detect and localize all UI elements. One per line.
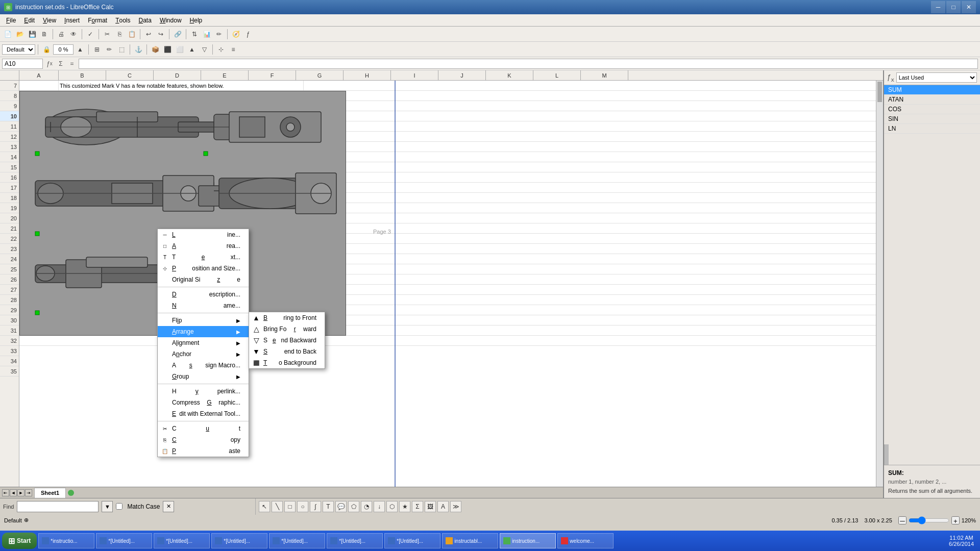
row-num-12[interactable]: 12 xyxy=(0,132,19,142)
vertical-scrollbar[interactable] xyxy=(876,81,883,487)
sheet-nav-first[interactable]: ⇤ xyxy=(2,489,9,496)
ctx-paste[interactable]: 📋 Paste xyxy=(158,445,249,457)
function-category-dropdown[interactable]: Last Used xyxy=(896,72,977,83)
row-num-34[interactable]: 34 xyxy=(0,356,19,366)
cut-button[interactable]: ✂ xyxy=(102,29,113,40)
draw-ellipse-btn[interactable]: ○ xyxy=(297,501,308,512)
draw-rect-btn[interactable]: □ xyxy=(284,501,296,512)
draw-shape-btn[interactable]: ⬡ xyxy=(386,501,398,512)
zoom-out-button[interactable]: ─ xyxy=(898,516,906,524)
print-area-btn[interactable]: ⬚ xyxy=(116,44,127,55)
sheet-tab-sheet1[interactable]: Sheet1 xyxy=(34,488,66,498)
row-num-13[interactable]: 13 xyxy=(0,142,19,152)
row-num-27[interactable]: 27 xyxy=(0,285,19,295)
draw-button[interactable]: ✏ xyxy=(213,29,225,40)
ctx-group[interactable]: Group ▶ xyxy=(158,371,249,382)
taskbar-item-instruction-ods[interactable]: instruction... xyxy=(500,533,556,548)
submenu-send-to-back[interactable]: ▼ Send to Back xyxy=(249,346,325,357)
options-btn[interactable]: ≡ xyxy=(228,44,239,55)
ungroup-btn[interactable]: ⬜ xyxy=(174,44,185,55)
taskbar-item-0[interactable]: *instructio... xyxy=(38,533,94,548)
col-header-d[interactable]: D xyxy=(154,70,201,80)
col-header-g[interactable]: G xyxy=(296,70,344,80)
taskbar-item-3[interactable]: *[Untitled]... xyxy=(211,533,267,548)
row-num-14[interactable]: 14 xyxy=(0,152,19,162)
row-num-28[interactable]: 28 xyxy=(0,295,19,305)
row-num-24[interactable]: 24 xyxy=(0,254,19,264)
print-button[interactable]: 🖨 xyxy=(56,29,67,40)
style-dropdown[interactable]: Default xyxy=(2,44,35,55)
maximize-button[interactable]: □ xyxy=(946,1,961,13)
cell-reference-box[interactable]: A10 xyxy=(2,59,43,69)
draw-star-btn[interactable]: ★ xyxy=(399,501,410,512)
draw-arc-btn[interactable]: ◔ xyxy=(361,501,372,512)
submenu-send-backward[interactable]: ▽ Send Backward xyxy=(249,335,325,346)
function-list-scrollbar[interactable] xyxy=(884,444,888,465)
submenu-to-background[interactable]: ⬛ To Background xyxy=(249,357,325,368)
ctx-assign-macro[interactable]: Assign Macro... xyxy=(158,360,249,371)
ctx-position-size[interactable]: ⊹ Position and Size... xyxy=(158,263,249,274)
draw-mode-btn[interactable]: ✏ xyxy=(104,44,115,55)
taskbar-item-2[interactable]: *[Untitled]... xyxy=(154,533,210,548)
find-close-button[interactable]: ✕ xyxy=(163,501,174,512)
sheet-nav-last[interactable]: ⇥ xyxy=(25,489,32,496)
col-header-a[interactable]: A xyxy=(19,70,59,80)
row-num-16[interactable]: 16 xyxy=(0,172,19,183)
match-case-checkbox[interactable] xyxy=(116,503,122,510)
sheet-nav-next[interactable]: ► xyxy=(17,489,24,496)
bring-front-btn[interactable]: ▲ xyxy=(186,44,198,55)
lock-btn[interactable]: 🔒 xyxy=(41,44,52,55)
row-num-22[interactable]: 22 xyxy=(0,234,19,244)
menu-help[interactable]: Help xyxy=(186,14,207,26)
ctx-cut[interactable]: ✂ Cut xyxy=(158,423,249,434)
cell-a7[interactable] xyxy=(19,81,59,90)
taskbar-item-1[interactable]: *[Untitled]... xyxy=(96,533,152,548)
spell-button[interactable]: ✓ xyxy=(85,29,96,40)
chart-button[interactable]: 📊 xyxy=(201,29,212,40)
row-num-21[interactable]: 21 xyxy=(0,223,19,234)
print-preview-button[interactable]: 👁 xyxy=(68,29,79,40)
func-item-sum[interactable]: SUM xyxy=(884,85,980,95)
save-button[interactable]: 💾 xyxy=(27,29,38,40)
new-button[interactable]: 📄 xyxy=(2,29,13,40)
row-num-18[interactable]: 18 xyxy=(0,193,19,203)
draw-curve-btn[interactable]: ∫ xyxy=(310,501,321,512)
menu-window[interactable]: Window xyxy=(156,14,186,26)
row-num-8[interactable]: 8 xyxy=(0,91,19,101)
copy-button[interactable]: ⎘ xyxy=(114,29,125,40)
minimize-button[interactable]: ─ xyxy=(931,1,945,13)
menu-data[interactable]: Data xyxy=(135,14,156,26)
row-num-20[interactable]: 20 xyxy=(0,213,19,223)
ctx-area[interactable]: □ Area... xyxy=(158,240,249,252)
draw-arrow-btn[interactable]: ↓ xyxy=(374,501,385,512)
function-button[interactable]: ƒ xyxy=(242,29,254,40)
sheet-nav-prev[interactable]: ◄ xyxy=(10,489,17,496)
ctx-arrange[interactable]: Arrange ▶ xyxy=(158,326,249,337)
draw-callout-btn[interactable]: 💬 xyxy=(335,501,347,512)
menu-edit[interactable]: Edit xyxy=(20,14,39,26)
zoom-slider[interactable] xyxy=(909,516,949,524)
ctx-original-size[interactable]: Original Size xyxy=(158,274,249,285)
ctx-name[interactable]: Name... xyxy=(158,300,249,311)
draw-photo-btn[interactable]: 🖼 xyxy=(425,501,436,512)
zoom-spin-up[interactable]: ▲ xyxy=(75,44,86,55)
ctx-edit-external[interactable]: Edit with External Tool... xyxy=(158,408,249,419)
draw-line-btn[interactable]: ╲ xyxy=(272,501,283,512)
row-num-25[interactable]: 25 xyxy=(0,264,19,274)
row-num-15[interactable]: 15 xyxy=(0,162,19,172)
pos-size-btn[interactable]: ⊹ xyxy=(215,44,227,55)
hyperlink-button[interactable]: 🔗 xyxy=(172,29,183,40)
draw-sigma-btn[interactable]: Σ xyxy=(412,501,423,512)
func-item-atan[interactable]: ATAN xyxy=(884,95,980,105)
col-header-l[interactable]: L xyxy=(533,70,581,80)
row-num-30[interactable]: 30 xyxy=(0,315,19,325)
row-num-23[interactable]: 23 xyxy=(0,244,19,254)
function-wizard-icon[interactable]: ƒx xyxy=(45,59,54,68)
row-num-19[interactable]: 19 xyxy=(0,203,19,213)
draw-select-btn[interactable]: ↖ xyxy=(259,501,270,512)
obj-btn[interactable]: 📦 xyxy=(150,44,161,55)
group-btn[interactable]: ⬛ xyxy=(162,44,173,55)
ctx-alignment[interactable]: Alignment ▶ xyxy=(158,337,249,348)
menu-insert[interactable]: Insert xyxy=(60,14,84,26)
row-num-29[interactable]: 29 xyxy=(0,305,19,315)
